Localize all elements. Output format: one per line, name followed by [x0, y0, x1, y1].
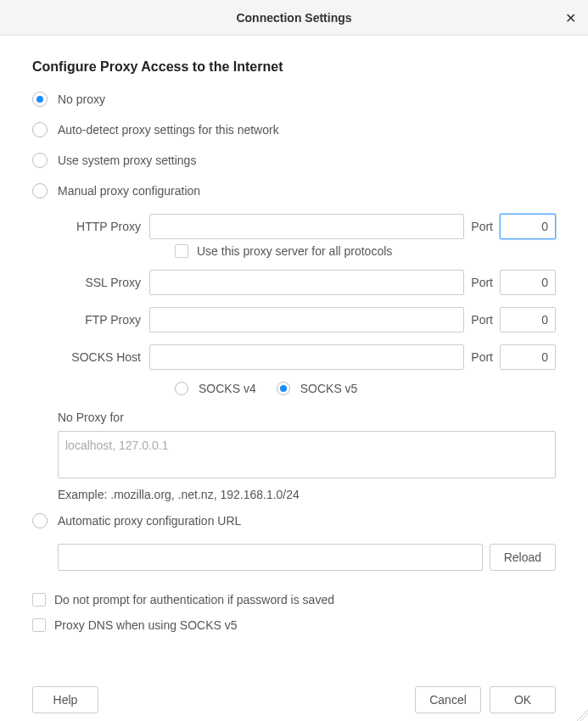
radio-socks-v5[interactable] — [277, 382, 290, 395]
titlebar: Connection Settings ✕ — [0, 0, 588, 36]
ftp-proxy-row: FTP Proxy Port — [58, 307, 556, 333]
reload-button[interactable]: Reload — [490, 544, 556, 571]
radio-auto-url[interactable] — [32, 513, 48, 528]
proxy-dns-row[interactable]: Proxy DNS when using SOCKS v5 — [32, 618, 556, 632]
no-auth-prompt-row[interactable]: Do not prompt for authentication if pass… — [32, 593, 556, 606]
http-proxy-label: HTTP Proxy — [58, 220, 149, 233]
ssl-proxy-label: SSL Proxy — [58, 276, 149, 289]
radio-system-label: Use system proxy settings — [58, 154, 196, 167]
http-proxy-input[interactable] — [149, 214, 464, 239]
socks-host-row: SOCKS Host Port — [58, 344, 556, 370]
ssl-proxy-input[interactable] — [149, 270, 464, 295]
no-proxy-for-textarea[interactable] — [58, 431, 556, 478]
radio-auto-url-label: Automatic proxy configuration URL — [58, 514, 241, 528]
ftp-proxy-label: FTP Proxy — [58, 313, 149, 327]
ssl-proxy-row: SSL Proxy Port — [58, 270, 556, 295]
page-heading: Configure Proxy Access to the Internet — [32, 59, 556, 75]
no-proxy-example: Example: .mozilla.org, .net.nz, 192.168.… — [58, 488, 556, 501]
no-proxy-for-label: No Proxy for — [58, 411, 556, 424]
http-port-input[interactable] — [500, 214, 556, 239]
auto-url-row: Reload — [58, 544, 556, 571]
radio-socks-v4[interactable] — [175, 382, 188, 395]
no-auth-prompt-checkbox[interactable] — [32, 593, 46, 606]
help-button[interactable]: Help — [32, 686, 98, 713]
socks-v5-label: SOCKS v5 — [300, 382, 358, 395]
no-auth-prompt-label: Do not prompt for authentication if pass… — [54, 593, 334, 606]
radio-no-proxy-label: No proxy — [58, 92, 105, 106]
socks-port-label: Port — [464, 350, 500, 364]
socks-host-label: SOCKS Host — [58, 350, 149, 364]
auto-url-input[interactable] — [58, 544, 483, 571]
radio-no-proxy-row[interactable]: No proxy — [32, 92, 556, 107]
manual-proxy-grid: HTTP Proxy Port Use this proxy server fo… — [58, 214, 556, 395]
radio-system-row[interactable]: Use system proxy settings — [32, 153, 556, 168]
http-port-label: Port — [464, 220, 500, 233]
dialog-title: Connection Settings — [236, 11, 351, 25]
radio-auto-detect[interactable] — [32, 122, 48, 137]
radio-auto-detect-row[interactable]: Auto-detect proxy settings for this netw… — [32, 122, 556, 137]
radio-auto-url-row[interactable]: Automatic proxy configuration URL — [32, 513, 556, 528]
ftp-port-label: Port — [464, 313, 500, 327]
proxy-dns-checkbox[interactable] — [32, 618, 46, 632]
close-icon[interactable]: ✕ — [565, 9, 576, 25]
ok-button[interactable]: OK — [490, 686, 556, 713]
resize-grip-icon[interactable] — [576, 709, 588, 721]
ftp-proxy-input[interactable] — [149, 307, 464, 333]
socks-v4-row[interactable]: SOCKS v4 — [175, 382, 256, 395]
radio-no-proxy[interactable] — [32, 92, 48, 107]
socks-v5-row[interactable]: SOCKS v5 — [277, 382, 358, 395]
radio-manual-row[interactable]: Manual proxy configuration — [32, 183, 556, 198]
radio-manual-label: Manual proxy configuration — [58, 184, 200, 198]
radio-system[interactable] — [32, 153, 48, 168]
ftp-port-input[interactable] — [500, 307, 556, 333]
socks-port-input[interactable] — [500, 344, 556, 370]
ssl-port-label: Port — [464, 276, 500, 289]
ssl-port-input[interactable] — [500, 270, 556, 295]
use-for-all-row[interactable]: Use this proxy server for all protocols — [175, 244, 556, 258]
use-for-all-label: Use this proxy server for all protocols — [197, 244, 392, 258]
socks-v4-label: SOCKS v4 — [199, 382, 256, 395]
dialog-content: Configure Proxy Access to the Internet N… — [0, 36, 588, 661]
socks-host-input[interactable] — [149, 344, 464, 370]
radio-auto-detect-label: Auto-detect proxy settings for this netw… — [58, 123, 279, 137]
socks-version-row: SOCKS v4 SOCKS v5 — [175, 382, 556, 395]
proxy-dns-label: Proxy DNS when using SOCKS v5 — [54, 618, 238, 632]
cancel-button[interactable]: Cancel — [415, 686, 481, 713]
dialog-footer: Help Cancel OK — [0, 686, 588, 713]
radio-manual[interactable] — [32, 183, 48, 198]
use-for-all-checkbox[interactable] — [175, 244, 188, 258]
http-proxy-row: HTTP Proxy Port — [58, 214, 556, 239]
